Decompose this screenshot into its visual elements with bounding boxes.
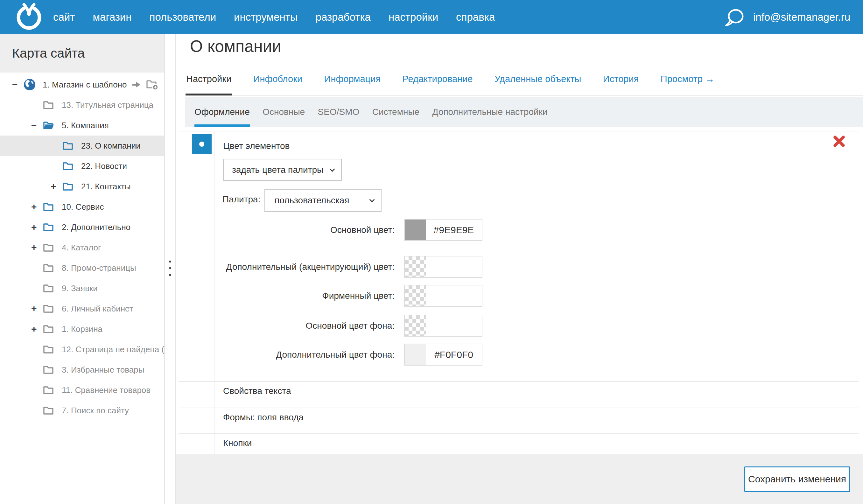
color-swatch[interactable]	[405, 219, 426, 240]
subtab-general[interactable]: Основные	[263, 97, 305, 127]
collapse-icon[interactable]: −	[31, 120, 43, 131]
folder-icon	[43, 284, 62, 293]
section-buttons[interactable]: Кнопки	[223, 438, 252, 448]
tree-item[interactable]: 8. Промо-страницы	[0, 258, 164, 278]
tree-item-label: 22. Новости	[81, 161, 127, 171]
nav-item-help[interactable]: справка	[456, 11, 495, 23]
nav-item-site[interactable]: сайт	[53, 11, 75, 23]
subtab-seo-smo[interactable]: SEO/SMO	[318, 97, 360, 127]
color-value-input[interactable]	[426, 315, 482, 336]
settings-subtabs: Оформление Основные SEO/SMO Системные До…	[185, 97, 863, 127]
tree-item[interactable]: + 1. Корзина	[0, 319, 164, 339]
globe-icon	[24, 79, 43, 91]
folder-icon	[43, 263, 62, 273]
tree-item-selected[interactable]: 23. О компании	[0, 136, 164, 156]
go-to-site-arrow-icon[interactable]	[132, 81, 141, 88]
color-value-input[interactable]	[426, 344, 482, 365]
sidebar-resize-handle[interactable]	[164, 34, 176, 504]
expand-icon[interactable]: +	[51, 181, 62, 192]
tab-preview[interactable]: Просмотр →	[660, 73, 715, 96]
tree-item[interactable]: 11. Сравнение товаров	[0, 380, 164, 400]
folder-icon	[62, 161, 81, 171]
tab-editing[interactable]: Редактирование	[402, 73, 474, 96]
top-nav-bar: сайт магазин пользователи инструменты ра…	[0, 0, 863, 34]
folder-icon	[43, 100, 62, 110]
tree-item[interactable]: 12. Страница не найдена (ош	[0, 339, 164, 360]
sitemap-tree: − 1. Магазин с шаблоно 13. Титульная стр…	[0, 73, 164, 421]
tab-infoblocks[interactable]: Инфоблоки	[253, 73, 303, 96]
tree-item-label: 2. Дополнительно	[62, 223, 130, 232]
tree-item[interactable]: 9. Заявки	[0, 278, 164, 299]
expand-icon[interactable]: +	[31, 303, 43, 314]
subtab-system[interactable]: Системные	[372, 97, 420, 127]
nav-item-development[interactable]: разработка	[316, 11, 371, 23]
tree-item-label: 9. Заявки	[62, 284, 98, 293]
color-row-label: Дополнительный цвет фона:	[223, 349, 395, 360]
tree-item-label: 11. Сравнение товаров	[62, 385, 151, 395]
color-swatch-transparent[interactable]	[405, 315, 426, 336]
expand-icon[interactable]: +	[31, 324, 43, 335]
save-changes-button[interactable]: Сохранить изменения	[744, 466, 850, 492]
expand-icon[interactable]: +	[31, 222, 43, 232]
tree-item-label: 3. Избранные товары	[62, 365, 144, 375]
tree-item-label: 1. Магазин с шаблоно	[43, 80, 127, 90]
palette-mode-select[interactable]: задать цвета палитры	[223, 159, 342, 181]
tree-item[interactable]: − 5. Компания	[0, 115, 164, 136]
tree-item[interactable]: 7. Поиск по сайту	[0, 400, 164, 421]
delete-section-icon[interactable]	[833, 135, 845, 147]
color-swatch-transparent[interactable]	[405, 256, 426, 277]
tab-information[interactable]: Информация	[324, 73, 382, 96]
add-folder-icon[interactable]	[146, 79, 159, 90]
tree-item[interactable]: 13. Титульная страница	[0, 95, 164, 115]
collapse-icon[interactable]: −	[12, 79, 24, 90]
section-bullet-marker	[192, 134, 212, 154]
tree-item[interactable]: + 21. Контакты	[0, 176, 164, 197]
tree-item[interactable]: 22. Новости	[0, 156, 164, 176]
palette-label: Палитра:	[223, 194, 260, 205]
folder-icon	[43, 385, 62, 395]
color-value-input[interactable]	[426, 256, 482, 277]
support-email-link[interactable]: info@sitemanager.ru	[753, 11, 850, 23]
section-text-properties[interactable]: Свойства текста	[223, 386, 291, 396]
tab-history[interactable]: История	[602, 73, 639, 96]
subtab-appearance[interactable]: Оформление	[195, 97, 250, 127]
tree-item-label: 4. Каталог	[62, 243, 101, 253]
folder-icon	[43, 324, 62, 334]
page-title: О компании	[190, 37, 281, 56]
color-row-label: Дополнительный (акцентирующий) цвет:	[223, 262, 395, 272]
tree-item[interactable]: + 6. Личный кабинет	[0, 299, 164, 319]
divider	[178, 381, 859, 382]
tree-item[interactable]: + 4. Каталог	[0, 237, 164, 258]
tree-item[interactable]: + 2. Дополнительно	[0, 217, 164, 237]
divider	[178, 407, 859, 408]
sidebar-title: Карта сайта	[12, 46, 85, 61]
tree-item[interactable]: 3. Избранные товары	[0, 360, 164, 380]
tree-item-label: 13. Титульная страница	[62, 100, 153, 110]
color-row-label: Основной цвет фона:	[223, 320, 395, 331]
expand-icon[interactable]: +	[31, 201, 43, 212]
nav-item-settings[interactable]: настройки	[389, 11, 438, 23]
folder-open-icon	[43, 121, 62, 130]
nav-item-shop[interactable]: магазин	[92, 11, 132, 23]
subtab-additional[interactable]: Дополнительные настройки	[433, 97, 548, 127]
color-value-input[interactable]	[426, 286, 482, 306]
chevron-down-icon	[330, 166, 335, 172]
color-value-input[interactable]	[426, 219, 482, 240]
nav-item-users[interactable]: пользователи	[150, 11, 216, 23]
drag-dots-icon	[169, 261, 171, 276]
divider	[178, 131, 859, 131]
expand-icon[interactable]: +	[31, 242, 43, 253]
nav-item-tools[interactable]: инструменты	[234, 11, 298, 23]
tree-item[interactable]: + 10. Сервис	[0, 197, 164, 217]
folder-icon	[43, 202, 62, 212]
chat-icon[interactable]	[725, 8, 745, 26]
palette-select[interactable]: пользовательская	[264, 189, 382, 212]
app-logo-icon[interactable]	[14, 1, 43, 34]
tab-settings[interactable]: Настройки	[186, 73, 232, 96]
section-form-inputs[interactable]: Формы: поля ввода	[223, 412, 303, 423]
tab-deleted-objects[interactable]: Удаленные объекты	[494, 73, 582, 96]
color-swatch-transparent[interactable]	[405, 286, 426, 306]
tree-item-root[interactable]: − 1. Магазин с шаблоно	[0, 74, 164, 95]
chevron-down-icon	[370, 197, 375, 202]
color-swatch[interactable]	[405, 344, 426, 365]
